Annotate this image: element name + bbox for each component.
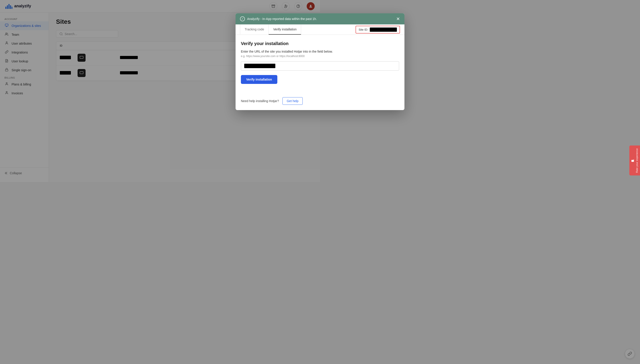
modal-body: Verify your installation Enter the URL o…	[236, 35, 320, 97]
url-input-blackout	[244, 64, 275, 68]
tab-verify-installation[interactable]: Verify installation	[269, 24, 301, 34]
modal-banner-content: ✓ Analyzify - In-App reported data withi…	[240, 16, 317, 21]
modal-banner: ✓ Analyzify - In-App reported data withi…	[236, 13, 320, 24]
help-text: Need help installing Hotjar?	[241, 99, 279, 103]
modal: ✓ Analyzify - In-App reported data withi…	[236, 13, 320, 110]
modal-title: Verify your installation	[241, 41, 320, 46]
modal-footer: Need help installing Hotjar? Get help	[236, 97, 320, 110]
modal-tabs-row: Tracking code Verify installation Site I…	[236, 24, 320, 35]
url-input-container[interactable]	[241, 61, 320, 70]
check-circle-icon: ✓	[240, 16, 245, 21]
modal-desc: Enter the URL of the site you installed …	[241, 50, 320, 53]
modal-example: e.g. https://www.yoursite.com or https:/…	[241, 54, 320, 58]
tab-tracking-code[interactable]: Tracking code	[240, 24, 269, 34]
verify-installation-button[interactable]: Verify installation	[241, 75, 277, 84]
get-help-button[interactable]: Get help	[282, 97, 303, 105]
modal-overlay: ✓ Analyzify - In-App reported data withi…	[0, 0, 320, 182]
modal-tabs: Tracking code Verify installation	[240, 24, 301, 34]
modal-banner-text: Analyzify - In-App reported data within …	[247, 17, 317, 21]
